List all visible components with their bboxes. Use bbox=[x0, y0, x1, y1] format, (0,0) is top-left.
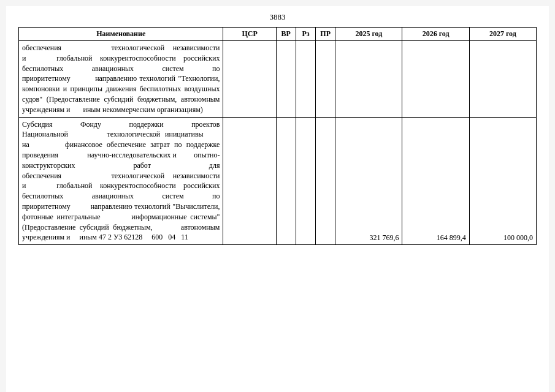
row1-rz bbox=[296, 41, 315, 118]
row2-y2026: 164 899,4 bbox=[402, 117, 469, 245]
table-row: обеспечения технологической независимост… bbox=[19, 41, 537, 118]
row1-y2027 bbox=[469, 41, 536, 118]
row1-y2026 bbox=[402, 41, 469, 118]
main-table: Наименование ЦСР ВР Рз ПР 2025 год 2026 … bbox=[18, 27, 537, 245]
row2-rz-inline: 04 bbox=[168, 233, 175, 241]
row2-pr-inline: 11 bbox=[181, 233, 188, 241]
row2-csr-inline: 47 2 УЗ 62128 bbox=[99, 233, 142, 241]
row1-pr bbox=[316, 41, 335, 118]
col-header-name: Наименование bbox=[19, 28, 223, 41]
page-container: 3883 Наименование ЦСР ВР Рз ПР 2025 год … bbox=[6, 6, 549, 392]
col-header-2025: 2025 год bbox=[335, 28, 402, 41]
table-row: Субсидия Фонду поддержки проектов Национ… bbox=[19, 117, 537, 245]
row2-name: Субсидия Фонду поддержки проектов Национ… bbox=[19, 117, 223, 245]
row2-vr-inline: 600 bbox=[151, 233, 163, 241]
row1-csr bbox=[223, 41, 276, 118]
row1-y2025 bbox=[335, 41, 402, 118]
row1-vr bbox=[276, 41, 296, 118]
col-header-csr: ЦСР bbox=[223, 28, 276, 41]
row2-pr bbox=[316, 117, 335, 245]
row2-y2025: 321 769,6 bbox=[335, 117, 402, 245]
col-header-vr: ВР bbox=[276, 28, 296, 41]
col-header-rz: Рз bbox=[296, 28, 315, 41]
row2-rz bbox=[296, 117, 315, 245]
header-row: Наименование ЦСР ВР Рз ПР 2025 год 2026 … bbox=[19, 28, 537, 41]
col-header-2027: 2027 год bbox=[469, 28, 536, 41]
row2-y2027: 100 000,0 bbox=[469, 117, 536, 245]
row1-name: обеспечения технологической независимост… bbox=[19, 41, 223, 118]
page-number: 3883 bbox=[18, 12, 537, 22]
row2-csr bbox=[223, 117, 276, 245]
row2-vr bbox=[276, 117, 296, 245]
col-header-pr: ПР bbox=[316, 28, 335, 41]
col-header-2026: 2026 год bbox=[402, 28, 469, 41]
